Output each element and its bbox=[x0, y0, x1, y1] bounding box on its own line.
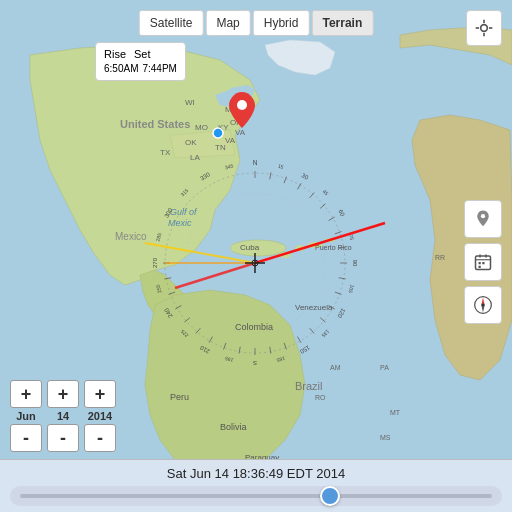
month-label: Jun bbox=[10, 410, 42, 422]
month-plus-button[interactable]: + bbox=[10, 380, 42, 408]
year-plus-button[interactable]: + bbox=[84, 380, 116, 408]
svg-text:LA: LA bbox=[190, 153, 200, 162]
svg-rect-111 bbox=[479, 266, 481, 268]
set-time: 7:44PM bbox=[142, 62, 176, 76]
plus-row: + + + bbox=[10, 380, 116, 408]
svg-point-99 bbox=[481, 25, 488, 32]
svg-text:Gulf of: Gulf of bbox=[170, 207, 198, 217]
compass-button[interactable] bbox=[464, 286, 502, 324]
day-label: 14 bbox=[47, 410, 79, 422]
svg-text:OK: OK bbox=[185, 138, 197, 147]
svg-text:AM: AM bbox=[330, 364, 341, 371]
rise-time: 6:50AM bbox=[104, 62, 138, 76]
my-location-button[interactable] bbox=[466, 10, 502, 46]
svg-text:TX: TX bbox=[160, 148, 171, 157]
svg-text:90: 90 bbox=[352, 260, 358, 267]
svg-text:PA: PA bbox=[380, 364, 389, 371]
location-icon bbox=[474, 18, 494, 38]
svg-text:Puerto Rico: Puerto Rico bbox=[315, 244, 352, 251]
svg-text:VA: VA bbox=[225, 136, 236, 145]
pin-icon bbox=[474, 209, 492, 229]
terrain-button[interactable]: Terrain bbox=[311, 10, 373, 36]
timeline-slider[interactable] bbox=[10, 486, 502, 506]
month-minus-button[interactable]: - bbox=[10, 424, 42, 452]
svg-text:MO: MO bbox=[195, 123, 208, 132]
pin-button[interactable] bbox=[464, 200, 502, 238]
day-minus-button[interactable]: - bbox=[47, 424, 79, 452]
timeline-track bbox=[20, 494, 492, 498]
rise-set-box: Rise Set 6:50AM 7:44PM bbox=[95, 42, 186, 81]
calendar-icon bbox=[474, 253, 492, 271]
right-panel-buttons bbox=[464, 200, 502, 324]
day-plus-button[interactable]: + bbox=[47, 380, 79, 408]
year-label: 2014 bbox=[84, 410, 116, 422]
svg-text:RR: RR bbox=[435, 254, 445, 261]
svg-text:Peru: Peru bbox=[170, 392, 189, 402]
minus-row: - - - bbox=[10, 424, 116, 452]
set-label: Set bbox=[134, 47, 151, 62]
satellite-button[interactable]: Satellite bbox=[139, 10, 204, 36]
timeline-thumb[interactable] bbox=[320, 486, 340, 506]
rise-label: Rise bbox=[104, 47, 126, 62]
map-button[interactable]: Map bbox=[205, 10, 250, 36]
blue-dot bbox=[213, 128, 223, 138]
svg-text:Colombia: Colombia bbox=[235, 322, 273, 332]
svg-text:RO: RO bbox=[315, 394, 326, 401]
svg-text:MS: MS bbox=[380, 434, 391, 441]
map-type-controls: Satellite Map Hybrid Terrain bbox=[139, 10, 374, 36]
svg-text:Cuba: Cuba bbox=[240, 243, 260, 252]
svg-point-104 bbox=[481, 214, 485, 218]
date-labels-row: Jun 14 2014 bbox=[10, 410, 116, 422]
compass-icon bbox=[473, 295, 493, 315]
svg-rect-110 bbox=[482, 262, 484, 264]
svg-text:WI: WI bbox=[185, 98, 195, 107]
svg-text:Mexic: Mexic bbox=[168, 218, 192, 228]
svg-text:Bolivia: Bolivia bbox=[220, 422, 247, 432]
calendar-button[interactable] bbox=[464, 243, 502, 281]
svg-text:N: N bbox=[253, 159, 258, 166]
svg-text:Mexico: Mexico bbox=[115, 231, 147, 242]
svg-point-98 bbox=[237, 100, 247, 110]
svg-text:Brazil: Brazil bbox=[295, 380, 323, 392]
datetime-bar: Sat Jun 14 18:36:49 EDT 2014 bbox=[0, 459, 512, 512]
map-container: WI MI OH KY MO OK TX LA TN VA VA United … bbox=[0, 0, 512, 512]
svg-text:270: 270 bbox=[152, 257, 158, 268]
svg-text:S: S bbox=[253, 360, 257, 366]
svg-text:VA: VA bbox=[235, 128, 246, 137]
datetime-display: Sat Jun 14 18:36:49 EDT 2014 bbox=[10, 466, 502, 481]
year-minus-button[interactable]: - bbox=[84, 424, 116, 452]
svg-text:Venezuela: Venezuela bbox=[295, 303, 333, 312]
svg-point-115 bbox=[481, 303, 484, 306]
hybrid-button[interactable]: Hybrid bbox=[253, 10, 310, 36]
svg-text:MT: MT bbox=[390, 409, 401, 416]
date-steppers: + + + Jun 14 2014 - - - bbox=[10, 380, 116, 452]
svg-rect-109 bbox=[479, 262, 481, 264]
svg-text:United States: United States bbox=[120, 118, 190, 130]
